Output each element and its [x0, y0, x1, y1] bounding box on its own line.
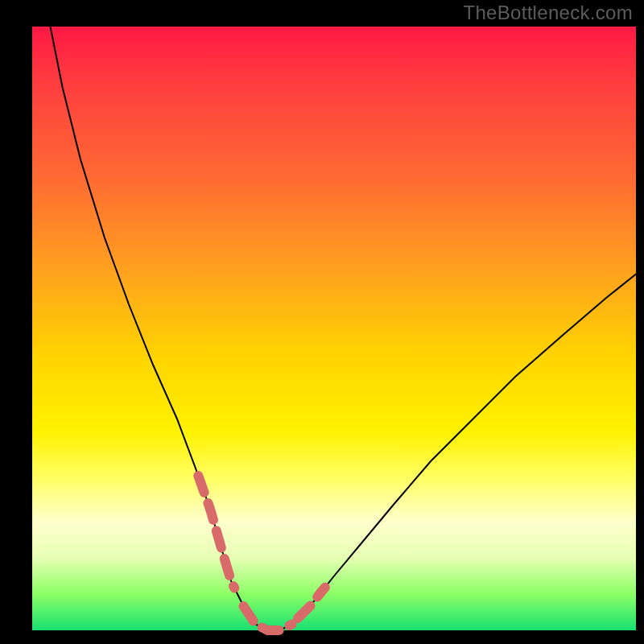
highlight-dashes-right: [298, 588, 325, 618]
watermark-text: TheBottleneck.com: [463, 2, 633, 24]
chart-frame: TheBottleneck.com: [0, 0, 644, 644]
highlight-dashes-left: [198, 476, 234, 588]
highlight-dashes-bottom: [244, 606, 292, 630]
bottleneck-curve-line: [51, 27, 637, 630]
curve-svg: [32, 27, 636, 630]
gradient-plot-area: [32, 27, 636, 630]
